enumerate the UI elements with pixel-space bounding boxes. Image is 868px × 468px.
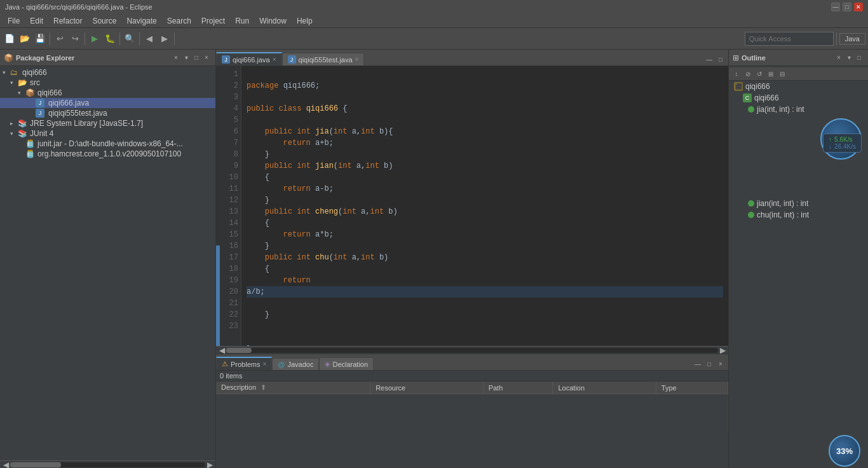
outline-close-button[interactable]: × [834,53,844,63]
scrollbar-thumb[interactable] [10,462,61,467]
problems-col-description[interactable]: Description ⬆ [216,382,370,394]
outline-sync-button[interactable]: ↺ [754,69,764,79]
speed-overlay: ↑5.6K/s ↓26.4K/s [823,134,862,153]
menu-search[interactable]: Search [162,15,196,27]
save-button[interactable]: 💾 [33,32,47,46]
pkg-minimize-button[interactable]: × [171,53,181,63]
quick-access-input[interactable] [745,32,834,46]
window-controls: — □ ✕ [831,3,863,11]
bottom-tab-javadoc[interactable]: @ Javadoc [272,358,319,370]
run-button[interactable]: ▶ [88,32,102,46]
editor-tab-qiqiqi555test-label: qiqiqi555test.java [299,56,353,64]
outline-filter-button[interactable]: ⊘ [743,69,753,79]
outline-menu-button[interactable]: ▾ [844,53,854,63]
menu-edit[interactable]: Edit [25,15,48,27]
toolbar-sep-4 [139,32,140,45]
problems-col-location[interactable]: Location [553,382,656,394]
editor-scrollbar-track[interactable] [226,348,718,353]
tree-item-qiqi666-project[interactable]: ▾ 🗂 qiqi666 [0,67,215,78]
outline-item-jia[interactable]: jia(int, int) : int [729,104,868,115]
scrollbar-track[interactable] [10,462,205,467]
bottom-close-button[interactable]: × [715,359,726,369]
outline-item-project[interactable]: ⬛ qiqi666 [729,81,868,92]
tree-item-pkg[interactable]: ▾ 📦 qiqi666 [0,88,215,98]
maximize-button[interactable]: □ [843,3,851,11]
next-edit-button[interactable]: ▶ [158,32,172,46]
editor-panel: J qiqi666.java × J qiqiqi555test.java × … [216,50,728,468]
perspective-java[interactable]: Java [839,33,865,45]
bottom-maximize-button[interactable]: □ [704,359,714,369]
search-button[interactable]: 🔍 [123,32,137,46]
prev-edit-button[interactable]: ◀ [142,32,156,46]
menu-run[interactable]: Run [230,15,254,27]
method-dot-chu [748,212,754,218]
editor-wrapper: J qiqi666.java × J qiqiqi555test.java × … [216,50,868,468]
pkg-menu-button[interactable]: ▾ [181,53,191,63]
tree-item-hamcrest[interactable]: 🫙 org.hamcrest.core_1.1.0.v2009050107100 [0,149,215,159]
outline-item-jian[interactable]: jian(int, int) : int [729,198,868,209]
tree-item-src[interactable]: ▾ 📂 src [0,78,215,88]
pkg-expand-button[interactable]: □ [191,53,201,63]
editor-tab-qiqi666-close[interactable]: × [273,56,276,63]
editor-tab-controls: — □ [702,53,728,65]
problems-col-resource[interactable]: Resource [370,382,484,394]
tree-item-junit4[interactable]: ▾ 📚 JUnit 4 [0,128,215,139]
menu-navigate[interactable]: Navigate [121,15,161,27]
method-dot-jian [748,200,754,207]
open-button[interactable]: 📂 [18,32,32,46]
toolbar-sep-3 [119,32,120,45]
problems-col-path[interactable]: Path [483,382,553,394]
tree-item-junit-jar[interactable]: 🫙 junit.jar - D:\adt-bundle-windows-x86_… [0,139,215,149]
tree-item-qiqiqi555test-java[interactable]: J qiqiqi555test.java [0,108,215,118]
bottom-tab-declaration[interactable]: ◈ Declaration [319,357,374,370]
outline-item-class[interactable]: C qiqi666 [729,92,868,104]
upload-speed: ↑5.6K/s [829,136,856,143]
new-button[interactable]: 📄 [3,32,17,46]
redo-button[interactable]: ↪ [68,32,82,46]
debug-button[interactable]: 🐛 [103,32,117,46]
editor-tab-qiqiqi555test[interactable]: J qiqiqi555test.java × [282,53,365,65]
menu-refactor[interactable]: Refactor [48,15,87,27]
bottom-panel-content: 0 items Description ⬆ Resource Path [216,371,728,468]
minimize-button[interactable]: — [831,3,840,11]
outline-label-jian: jian(int, int) : int [757,199,808,208]
editor-tab-qiqi666[interactable]: J qiqi666.java × [216,52,282,65]
tree-item-qiqi666-java[interactable]: J qiqi666.java [0,98,215,108]
outline-sort-button[interactable]: ↕ [731,69,742,79]
outline-panel: ⊞ Outline × ▾ □ ↕ ⊘ ↺ ⊞ ⊟ [728,50,868,468]
undo-button[interactable]: ↩ [53,32,67,46]
menu-help[interactable]: Help [292,15,318,27]
editor-tab-bar: J qiqi666.java × J qiqiqi555test.java × … [216,50,728,66]
code-editor-content[interactable]: package qiqi666; public class qiqi666 { … [241,66,728,346]
problems-table: Description ⬆ Resource Path Location Typ… [216,382,728,432]
problems-col-type[interactable]: Type [656,382,728,394]
memory-circle-statusbar[interactable]: 33% [829,435,860,467]
outline-expand-all[interactable]: ⊞ [766,69,776,79]
editor-scrollbar[interactable]: ◀ ▶ [216,346,728,354]
outline-item-chu[interactable]: chu(int, int) : int [729,209,868,221]
outline-expand-button[interactable]: □ [854,53,864,63]
close-button[interactable]: ✕ [854,3,863,11]
menu-source[interactable]: Source [87,15,121,27]
editor-scrollbar-thumb[interactable] [226,348,252,353]
menu-project[interactable]: Project [196,15,230,27]
pkg-close-button[interactable]: × [201,53,212,63]
scroll-right-button[interactable]: ▶ [205,460,214,469]
editor-tab-qiqiqi555test-close[interactable]: × [355,56,359,63]
toolbar-sep-5 [174,32,175,45]
bottom-panel: ⚠ Problems × @ Javadoc ◈ Declaration [216,354,728,468]
editor-maximize-button[interactable]: □ [715,54,726,64]
tree-item-jre[interactable]: ▸ 📚 JRE System Library [JavaSE-1.7] [0,118,215,128]
pkg-scrollbar[interactable]: ◀ ▶ [0,460,215,468]
scroll-left-button[interactable]: ◀ [1,460,10,469]
menu-file[interactable]: File [3,15,25,27]
outline-title: Outline [742,54,834,62]
editor-minimize-button[interactable]: — [704,54,714,64]
menu-window[interactable]: Window [254,15,292,27]
tree-label-qiqiqi555test: qiqiqi555test.java [48,109,107,118]
bottom-minimize-button[interactable]: — [693,359,703,369]
bottom-tab-problems-close[interactable]: × [262,361,266,368]
bottom-tab-problems[interactable]: ⚠ Problems × [216,357,272,370]
outline-collapse-all[interactable]: ⊟ [777,69,787,79]
code-editor[interactable]: 12345 678910 1112131415 1617181920 21222… [216,66,728,346]
